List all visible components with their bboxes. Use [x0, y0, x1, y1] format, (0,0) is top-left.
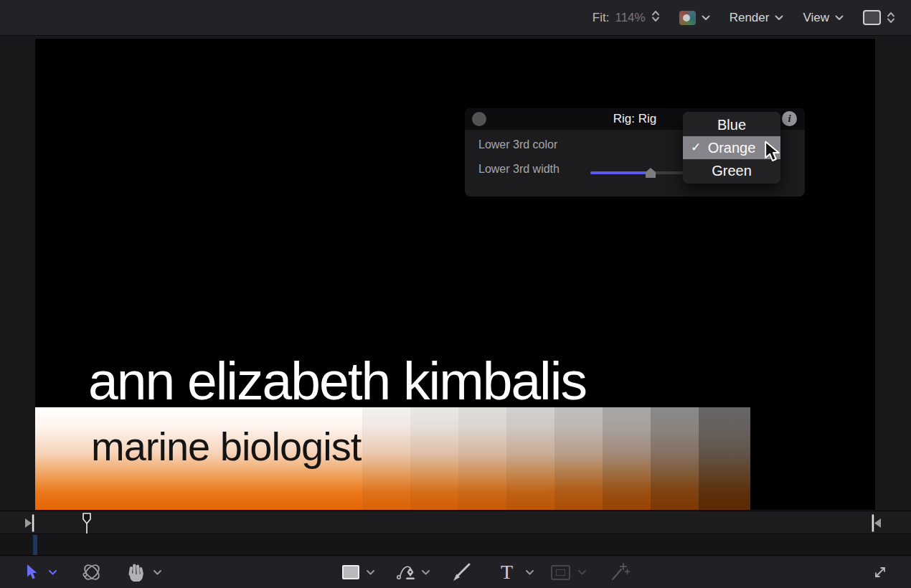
- color-well-control[interactable]: [679, 11, 710, 25]
- render-menu-button[interactable]: Render: [730, 11, 784, 25]
- tools-toolbar: T: [0, 556, 911, 588]
- transform-3d-tool-button[interactable]: [81, 556, 103, 588]
- orbit-3d-icon: [81, 561, 103, 583]
- color-well-icon[interactable]: [679, 11, 696, 25]
- timeline-clip-indicator[interactable]: [33, 535, 37, 555]
- chevron-down-icon: [702, 15, 710, 21]
- play-range-start-marker[interactable]: [24, 513, 35, 536]
- pan-tool-button[interactable]: [127, 556, 145, 588]
- timeline-scrubber[interactable]: [0, 511, 911, 534]
- menu-item-label: Green: [712, 163, 752, 179]
- expand-diagonal-icon: [872, 564, 888, 580]
- checkmark-icon: ✓: [691, 136, 701, 159]
- bezier-pen-icon: [396, 561, 417, 583]
- zoom-stepper-icon[interactable]: [651, 9, 660, 26]
- mask-rectangle-icon: [551, 565, 570, 580]
- paintbrush-icon: [452, 562, 472, 582]
- adjust-tool-button-disabled: [610, 556, 630, 588]
- text-tool-menu-chevron[interactable]: [526, 556, 534, 588]
- zoom-control[interactable]: Fit: 114%: [593, 9, 660, 26]
- display-stepper-icon: [887, 11, 895, 24]
- mask-tool-menu-chevron-disabled: [578, 556, 586, 588]
- playhead[interactable]: [80, 512, 93, 537]
- display-output-control[interactable]: [863, 10, 895, 25]
- canvas-toolbar: Fit: 114% Render View: [0, 0, 911, 36]
- lower-3rd-width-label: Lower 3rd width: [478, 163, 560, 176]
- menu-item-label: Blue: [717, 117, 746, 133]
- mini-timeline[interactable]: [0, 535, 911, 556]
- play-range-end-marker[interactable]: [871, 513, 882, 536]
- text-tool-button[interactable]: T: [501, 556, 513, 588]
- paint-stroke-tool-button[interactable]: [452, 556, 472, 588]
- slider-fill: [590, 171, 651, 174]
- rectangle-icon: [342, 565, 359, 579]
- pan-tool-menu-chevron[interactable]: [154, 556, 161, 588]
- lower-third-subtitle-text[interactable]: marine biologist: [91, 423, 361, 470]
- slider-thumb[interactable]: [646, 168, 656, 178]
- rectangle-tool-menu-chevron[interactable]: [367, 556, 374, 588]
- chevron-down-icon: [835, 15, 844, 21]
- info-icon[interactable]: i: [782, 111, 797, 126]
- zoom-value[interactable]: 114%: [615, 11, 645, 25]
- color-well-dot: [683, 14, 690, 22]
- view-menu-label: View: [803, 11, 829, 25]
- select-arrow-icon: [26, 564, 38, 581]
- mouse-cursor-icon: [763, 141, 780, 166]
- select-tool-menu-chevron[interactable]: [49, 556, 57, 588]
- display-icon: [863, 10, 881, 25]
- lower-third-title-text[interactable]: ann elizabeth kimbalis: [88, 350, 586, 412]
- mask-tool-button-disabled: [551, 556, 570, 588]
- bezier-tool-menu-chevron[interactable]: [422, 556, 430, 588]
- text-tool-icon: T: [501, 562, 513, 582]
- zoom-fit-label: Fit:: [593, 11, 610, 25]
- expand-canvas-button[interactable]: [872, 556, 888, 588]
- menu-item-label: Orange: [708, 140, 756, 156]
- render-menu-label: Render: [730, 11, 770, 25]
- magic-wand-icon: [610, 562, 630, 582]
- lower-3rd-width-slider[interactable]: [590, 171, 684, 174]
- bezier-tool-button[interactable]: [396, 556, 417, 588]
- lower-3rd-color-label: Lower 3rd color: [478, 138, 557, 151]
- select-tool-button[interactable]: [26, 556, 38, 588]
- menu-item-blue[interactable]: Blue: [683, 113, 780, 136]
- rectangle-tool-button[interactable]: [342, 556, 359, 588]
- hand-icon: [127, 563, 145, 582]
- view-menu-button[interactable]: View: [803, 11, 844, 25]
- chevron-down-icon: [775, 15, 783, 21]
